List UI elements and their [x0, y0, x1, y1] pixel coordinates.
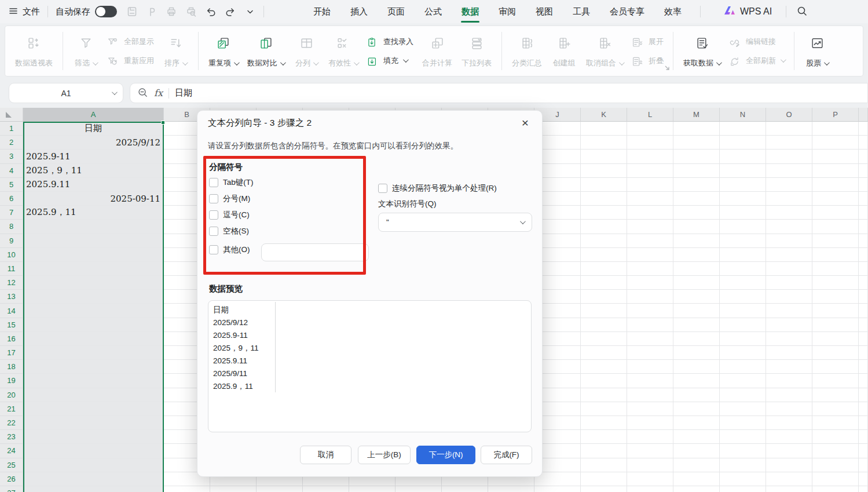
cell-O3[interactable] [766, 150, 812, 163]
cell-K9[interactable] [581, 234, 627, 248]
cell[interactable] [859, 332, 868, 346]
cell-A13[interactable] [23, 290, 164, 304]
search-icon[interactable] [796, 5, 808, 19]
cell-P22[interactable] [812, 416, 859, 430]
cell-A27[interactable] [23, 486, 164, 492]
cell-M26[interactable] [673, 472, 720, 486]
cell[interactable] [859, 444, 868, 458]
cell-L23[interactable] [627, 430, 673, 444]
cell-O12[interactable] [766, 276, 812, 290]
cell-P16[interactable] [812, 332, 859, 346]
other-checkbox[interactable] [209, 245, 218, 254]
cell-A5[interactable]: 2025.9.11 [23, 178, 164, 192]
cell[interactable] [859, 276, 868, 290]
cell-P13[interactable] [812, 290, 859, 304]
stock-button[interactable]: 股票 [800, 30, 834, 72]
cell-P18[interactable] [812, 360, 859, 374]
cell-A18[interactable] [23, 360, 164, 374]
cell-N19[interactable] [720, 374, 766, 388]
cell[interactable] [859, 206, 868, 220]
cell-N27[interactable] [720, 486, 766, 492]
cell-P15[interactable] [812, 318, 859, 332]
cell-L13[interactable] [627, 290, 673, 304]
cancel-button[interactable]: 取消 [300, 446, 351, 464]
cell[interactable] [859, 402, 868, 416]
row-header-13[interactable]: 13 [0, 290, 23, 304]
cell-K25[interactable] [581, 458, 627, 472]
delimiter-option-tab[interactable]: Tab键(T) [209, 174, 254, 191]
cell-P8[interactable] [812, 220, 859, 234]
cell-A25[interactable] [23, 458, 164, 472]
cell-N24[interactable] [720, 444, 766, 458]
row-header-22[interactable]: 22 [0, 416, 23, 430]
cell-N17[interactable] [720, 346, 766, 360]
cell-L27[interactable] [627, 486, 673, 492]
row-header-19[interactable]: 19 [0, 374, 23, 388]
cell[interactable] [859, 262, 868, 276]
cell-M22[interactable] [673, 416, 720, 430]
cell-M7[interactable] [673, 206, 720, 220]
cell-K24[interactable] [581, 444, 627, 458]
select-all-corner[interactable] [0, 108, 23, 122]
row-header-20[interactable]: 20 [0, 388, 23, 402]
cell-K16[interactable] [581, 332, 627, 346]
delimiter-option-comma[interactable]: 逗号(C) [209, 207, 254, 223]
cell-N6[interactable] [720, 192, 766, 206]
cell-O17[interactable] [766, 346, 812, 360]
cell-L6[interactable] [627, 192, 673, 206]
cell-O16[interactable] [766, 332, 812, 346]
cell-L4[interactable] [627, 164, 673, 178]
cell-M11[interactable] [673, 262, 720, 276]
row-header-8[interactable]: 8 [0, 220, 23, 234]
cell-M8[interactable] [673, 220, 720, 234]
cell-O27[interactable] [766, 486, 812, 492]
row-header-10[interactable]: 10 [0, 248, 23, 262]
cell-K8[interactable] [581, 220, 627, 234]
cell-D27[interactable] [257, 486, 303, 492]
cell-L8[interactable] [627, 220, 673, 234]
cell-N23[interactable] [720, 430, 766, 444]
cell[interactable] [859, 318, 868, 332]
row-header-11[interactable]: 11 [0, 262, 23, 276]
cell-N2[interactable] [720, 136, 766, 150]
tab-efficiency[interactable]: 效率 [663, 2, 683, 22]
cell[interactable] [859, 416, 868, 430]
cell[interactable] [859, 486, 868, 492]
cell-G27[interactable] [395, 486, 442, 492]
cell-N14[interactable] [720, 304, 766, 318]
cell-L11[interactable] [627, 262, 673, 276]
row-header-3[interactable]: 3 [0, 150, 23, 163]
customize-toolbar-chevron-icon[interactable] [244, 6, 256, 17]
cell-N18[interactable] [720, 360, 766, 374]
cell-L7[interactable] [627, 206, 673, 220]
row-header-26[interactable]: 26 [0, 472, 23, 486]
dialog-close-button[interactable]: × [517, 114, 534, 132]
cell-A3[interactable]: 2025.9-11 [23, 150, 164, 163]
row-header-27[interactable]: 27 [0, 486, 23, 492]
cell-O23[interactable] [766, 430, 812, 444]
cell-H27[interactable] [442, 486, 488, 492]
cell-L25[interactable] [627, 458, 673, 472]
cell-A7[interactable]: 2025.9，11 [23, 206, 164, 220]
column-header-A[interactable]: A [23, 108, 164, 122]
cell[interactable] [859, 290, 868, 304]
cell-O13[interactable] [766, 290, 812, 304]
cell-M19[interactable] [673, 374, 720, 388]
data-preview-panel[interactable]: 日期2025/9/122025.9-112025，9，112025.9.1120… [208, 300, 532, 432]
cell-A21[interactable] [23, 402, 164, 416]
cell-O4[interactable] [766, 164, 812, 178]
cell-M25[interactable] [673, 458, 720, 472]
cell-P14[interactable] [812, 304, 859, 318]
cell-O15[interactable] [766, 318, 812, 332]
cell-P24[interactable] [812, 444, 859, 458]
cell-O5[interactable] [766, 178, 812, 192]
row-header-17[interactable]: 17 [0, 346, 23, 360]
tab-view[interactable]: 视图 [534, 2, 554, 22]
cell-M6[interactable] [673, 192, 720, 206]
cell-M5[interactable] [673, 178, 720, 192]
cell[interactable] [859, 248, 868, 262]
tab-review[interactable]: 审阅 [497, 2, 517, 22]
cell-M24[interactable] [673, 444, 720, 458]
cell-N20[interactable] [720, 388, 766, 402]
name-box[interactable]: A1 [9, 83, 123, 103]
